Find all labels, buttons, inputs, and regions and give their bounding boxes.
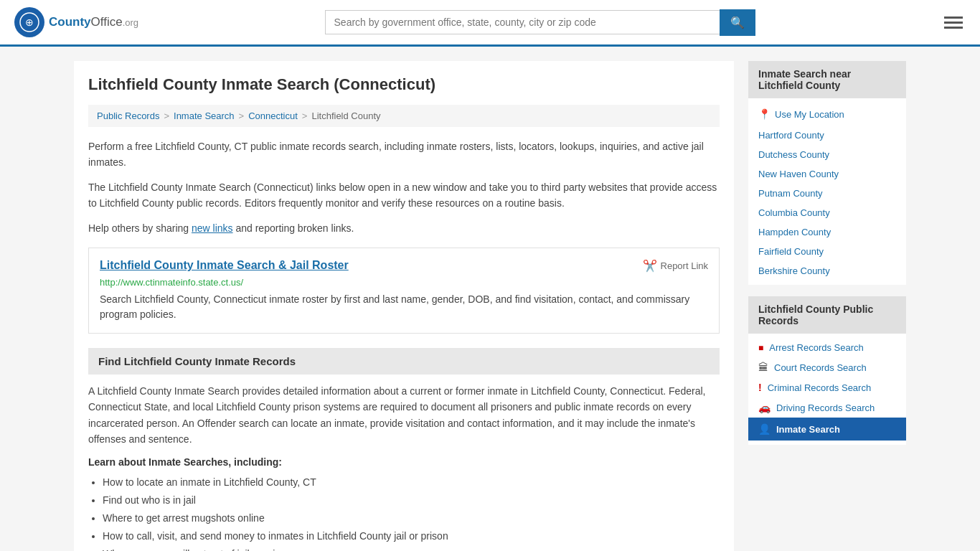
sidebar-arrest-records[interactable]: ■ Arrest Records Search bbox=[748, 338, 906, 357]
sidebar-public-records-header: Litchfield County Public Records bbox=[748, 296, 906, 334]
sidebar-item-fairfield[interactable]: Fairfield County bbox=[748, 242, 906, 261]
result-description: Search Litchfield County, Connecticut in… bbox=[100, 292, 708, 322]
sidebar-item-berkshire[interactable]: Berkshire County bbox=[748, 261, 906, 281]
learn-subheading: Learn about Inmate Searches, including: bbox=[88, 456, 720, 468]
find-records-section: Find Litchfield County Inmate Records A … bbox=[88, 348, 720, 551]
bullet-5: When someone will get out of jail or pri… bbox=[103, 545, 720, 551]
court-icon: 🏛 bbox=[758, 362, 768, 373]
search-input[interactable] bbox=[325, 10, 720, 34]
logo-area: ⊕ CountyOffice.org bbox=[14, 7, 138, 37]
location-icon: 📍 bbox=[758, 108, 771, 120]
sidebar-inmate-search-bar[interactable]: 👤 Inmate Search bbox=[748, 418, 906, 441]
sidebar-nearby-items: 📍 Use My Location Hartford County Dutche… bbox=[748, 98, 906, 285]
breadcrumb-connecticut[interactable]: Connecticut bbox=[248, 110, 298, 121]
sidebar-public-records-section: Litchfield County Public Records ■ Arres… bbox=[748, 296, 906, 445]
arrest-icon: ■ bbox=[758, 343, 763, 353]
menu-button[interactable] bbox=[941, 14, 966, 32]
dutchess-county-link[interactable]: Dutchess County bbox=[758, 149, 829, 160]
new-links-link[interactable]: new links bbox=[192, 222, 233, 234]
result-url[interactable]: http://www.ctinmateinfo.state.ct.us/ bbox=[100, 277, 708, 288]
berkshire-county-link[interactable]: Berkshire County bbox=[758, 265, 830, 276]
left-panel: Litchfield County Inmate Search (Connect… bbox=[74, 61, 734, 551]
court-records-link[interactable]: Court Records Search bbox=[774, 362, 867, 373]
menu-bar-1 bbox=[944, 17, 963, 19]
sidebar-court-records[interactable]: 🏛 Court Records Search bbox=[748, 357, 906, 377]
search-icon: 🔍 bbox=[730, 17, 745, 29]
main-content: Litchfield County Inmate Search (Connect… bbox=[60, 47, 920, 551]
inmate-bar-icon: 👤 bbox=[758, 423, 771, 435]
bullet-1: How to locate an inmate in Litchfield Co… bbox=[103, 474, 720, 491]
driving-records-link[interactable]: Driving Records Search bbox=[776, 402, 875, 413]
hampden-county-link[interactable]: Hampden County bbox=[758, 227, 831, 237]
newhaven-county-link[interactable]: New Haven County bbox=[758, 169, 839, 179]
use-location-item[interactable]: 📍 Use My Location bbox=[748, 103, 906, 126]
criminal-icon: ! bbox=[758, 382, 762, 393]
sidebar-item-dutchess[interactable]: Dutchess County bbox=[748, 145, 906, 164]
bullet-list: How to locate an inmate in Litchfield Co… bbox=[88, 474, 720, 551]
sidebar-item-newhaven[interactable]: New Haven County bbox=[748, 164, 906, 184]
inmate-bar-label: Inmate Search bbox=[776, 424, 840, 435]
putnam-county-link[interactable]: Putnam County bbox=[758, 188, 823, 199]
intro-3-pre: Help others by sharing bbox=[88, 222, 192, 234]
sidebar-driving-records[interactable]: 🚗 Driving Records Search bbox=[748, 397, 906, 418]
result-header-row: ✂️ Report Link Litchfield County Inmate … bbox=[100, 259, 708, 273]
svg-text:⊕: ⊕ bbox=[25, 17, 34, 28]
driving-icon: 🚗 bbox=[758, 402, 771, 413]
sidebar-item-putnam[interactable]: Putnam County bbox=[748, 184, 906, 203]
page-title: Litchfield County Inmate Search (Connect… bbox=[88, 75, 720, 94]
sidebar-item-hampden[interactable]: Hampden County bbox=[748, 222, 906, 242]
find-records-text: A Litchfield County Inmate Search provid… bbox=[88, 383, 720, 448]
sidebar-nearby-header: Inmate Search near Litchfield County bbox=[748, 61, 906, 98]
breadcrumb-sep-1: > bbox=[164, 110, 169, 121]
bullet-3: Where to get arrest mugshots online bbox=[103, 509, 720, 527]
report-link-button[interactable]: ✂️ Report Link bbox=[643, 259, 708, 273]
sidebar-item-hartford[interactable]: Hartford County bbox=[748, 126, 906, 145]
breadcrumb-sep-2: > bbox=[239, 110, 245, 121]
criminal-records-link[interactable]: Criminal Records Search bbox=[768, 382, 872, 393]
search-button[interactable]: 🔍 bbox=[720, 9, 755, 36]
header: ⊕ CountyOffice.org 🔍 bbox=[0, 0, 980, 47]
breadcrumb: Public Records > Inmate Search > Connect… bbox=[88, 105, 720, 127]
fairfield-county-link[interactable]: Fairfield County bbox=[758, 246, 824, 257]
report-icon: ✂️ bbox=[643, 259, 657, 273]
breadcrumb-sep-3: > bbox=[302, 110, 308, 121]
hartford-county-link[interactable]: Hartford County bbox=[758, 130, 824, 141]
right-panel: Inmate Search near Litchfield County 📍 U… bbox=[748, 61, 906, 551]
menu-bar-2 bbox=[944, 22, 963, 24]
sidebar-item-columbia[interactable]: Columbia County bbox=[748, 203, 906, 222]
sidebar-criminal-records[interactable]: ! Criminal Records Search bbox=[748, 377, 906, 397]
search-area: 🔍 bbox=[325, 9, 755, 36]
result-title-link[interactable]: Litchfield County Inmate Search & Jail R… bbox=[100, 259, 349, 271]
breadcrumb-inmate-search[interactable]: Inmate Search bbox=[174, 110, 235, 121]
intro-text-1: Perform a free Litchfield County, CT pub… bbox=[88, 138, 720, 171]
bullet-2: Find out who is in jail bbox=[103, 491, 720, 509]
sidebar-public-records-items: ■ Arrest Records Search 🏛 Court Records … bbox=[748, 334, 906, 445]
intro-3-post: and reporting broken links. bbox=[233, 222, 354, 234]
arrest-records-link[interactable]: Arrest Records Search bbox=[769, 342, 864, 353]
bullet-4: How to call, visit, and send money to in… bbox=[103, 527, 720, 545]
breadcrumb-public-records[interactable]: Public Records bbox=[97, 110, 159, 121]
find-records-header: Find Litchfield County Inmate Records bbox=[88, 348, 720, 375]
intro-text-2: The Litchfield County Inmate Search (Con… bbox=[88, 179, 720, 212]
logo-text: CountyOffice.org bbox=[49, 15, 138, 29]
menu-bar-3 bbox=[944, 27, 963, 29]
intro-text-3: Help others by sharing new links and rep… bbox=[88, 220, 720, 236]
report-link-label: Report Link bbox=[661, 260, 708, 271]
sidebar-nearby-section: Inmate Search near Litchfield County 📍 U… bbox=[748, 61, 906, 285]
breadcrumb-litchfield: Litchfield County bbox=[311, 110, 380, 121]
columbia-county-link[interactable]: Columbia County bbox=[758, 207, 830, 218]
use-location-label: Use My Location bbox=[775, 109, 844, 120]
result-box: ✂️ Report Link Litchfield County Inmate … bbox=[88, 248, 720, 334]
logo-icon: ⊕ bbox=[14, 7, 44, 37]
